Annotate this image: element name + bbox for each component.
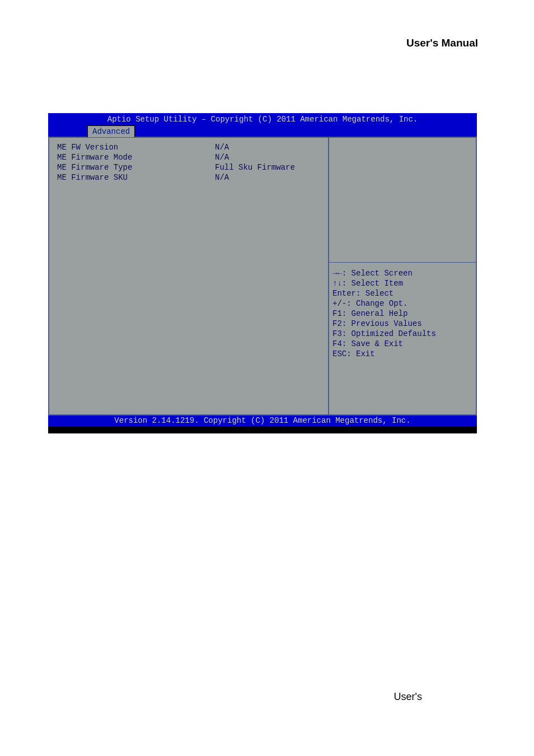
help-select-item-text: : Select Item xyxy=(342,279,403,288)
help-block: →←: Select Screen ↑↓: Select Item Enter:… xyxy=(332,263,472,359)
help-change-opt: +/-: Change Opt. xyxy=(332,298,472,309)
main-panel: ME FW Version N/A ME Firmware Mode N/A M… xyxy=(49,138,329,414)
me-firmware-mode-label: ME Firmware Mode xyxy=(57,152,215,162)
help-f1: F1: General Help xyxy=(332,309,472,319)
bios-body: ME FW Version N/A ME Firmware Mode N/A M… xyxy=(48,137,477,416)
arrows-up-down-icon: ↑↓ xyxy=(332,279,342,288)
help-select-screen-text: : Select Screen xyxy=(342,269,413,278)
me-firmware-sku-label: ME Firmware SKU xyxy=(57,172,215,183)
help-select-screen: →←: Select Screen xyxy=(332,268,472,278)
me-firmware-type-label: ME Firmware Type xyxy=(57,162,215,172)
bios-footer: Version 2.14.1219. Copyright (C) 2011 Am… xyxy=(48,416,477,427)
side-panel: →←: Select Screen ↑↓: Select Item Enter:… xyxy=(329,138,476,414)
page-header: User's Manual xyxy=(406,37,478,49)
tab-advanced[interactable]: Advanced xyxy=(87,125,135,137)
bios-window: Aptio Setup Utility – Copyright (C) 2011… xyxy=(48,113,477,433)
help-f4: F4: Save & Exit xyxy=(332,339,472,349)
help-select-item: ↑↓: Select Item xyxy=(332,278,472,288)
bios-title: Aptio Setup Utility – Copyright (C) 2011… xyxy=(48,113,477,124)
help-f3: F3: Optimized Defaults xyxy=(332,329,472,339)
arrows-left-right-icon: →← xyxy=(332,269,342,278)
me-fw-version-label: ME FW Version xyxy=(57,142,215,152)
help-f2: F2: Previous Values xyxy=(332,319,472,329)
info-row: ME Firmware Mode N/A xyxy=(57,152,320,162)
bios-titlebar: Aptio Setup Utility – Copyright (C) 2011… xyxy=(48,113,477,137)
tab-row: Advanced xyxy=(48,125,477,137)
me-firmware-mode-value: N/A xyxy=(215,152,320,162)
me-firmware-sku-value: N/A xyxy=(215,172,320,183)
info-row: ME Firmware SKU N/A xyxy=(57,172,320,183)
help-enter: Enter: Select xyxy=(332,288,472,298)
info-row: ME FW Version N/A xyxy=(57,142,320,152)
me-firmware-type-value: Full Sku Firmware xyxy=(215,162,320,172)
page-footer: User's xyxy=(394,691,422,703)
side-help-spacer xyxy=(329,138,476,263)
info-row: ME Firmware Type Full Sku Firmware xyxy=(57,162,320,172)
help-esc: ESC: Exit xyxy=(332,349,472,359)
me-fw-version-value: N/A xyxy=(215,142,320,152)
